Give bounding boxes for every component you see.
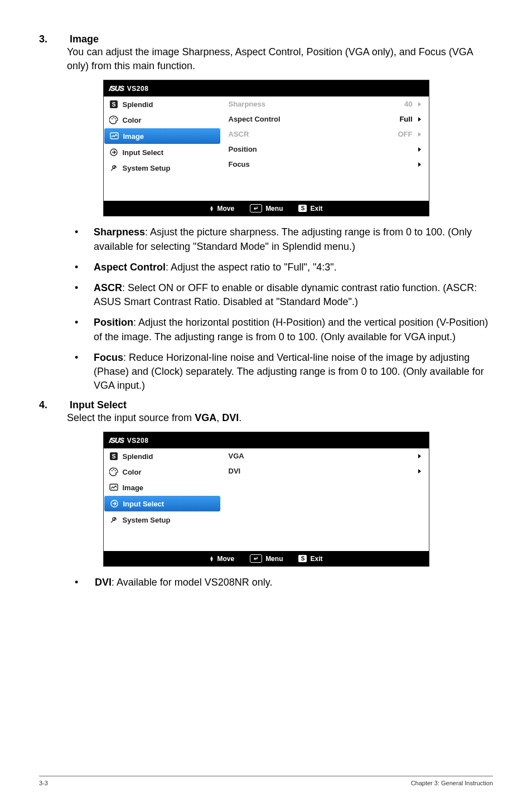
osd-panel-image: /SUS VS208 S Splendid Color Image Input … (103, 80, 429, 216)
updown-icon: ▲▼ (210, 556, 214, 562)
bullet-text: : Asjust the picture sharpness. The adju… (94, 226, 472, 252)
page-footer: 3-3 Chapter 3: General Instruction (39, 776, 493, 786)
image-icon (109, 483, 118, 492)
footer-move: ▲▼ Move (210, 205, 235, 212)
footer-exit: S Exit (298, 555, 322, 563)
option-ascr[interactable]: ASCR OFF (221, 127, 429, 142)
bullet-text: : Available for model VS208NR only. (112, 577, 273, 588)
footer-move: ▲▼ Move (210, 555, 235, 563)
asus-logo: /SUS (109, 436, 124, 445)
option-label: VGA (229, 452, 244, 460)
bullet-term: Aspect Control (94, 262, 166, 273)
menu-input-select[interactable]: Input Select (104, 144, 221, 160)
intro-text: Select the input source from (67, 412, 195, 423)
chevron-right-icon (418, 147, 421, 152)
section3-bullets: Sharpness: Asjust the picture sharpness.… (67, 225, 493, 393)
footer-menu: ↵ Menu (250, 204, 283, 212)
option-value: OFF (398, 130, 421, 138)
option-dvi[interactable]: DVI (221, 463, 429, 479)
bullet-ascr: ASCR: Select ON or OFF to enable or disa… (67, 281, 493, 309)
svg-point-9 (112, 470, 113, 471)
osd-panel-input-select: /SUS VS208 S Splendid Color Image Input … (103, 432, 429, 567)
chevron-right-icon (418, 162, 421, 167)
model-label: VS208 (127, 85, 149, 93)
option-label: Position (229, 145, 257, 153)
option-vga[interactable]: VGA (221, 448, 429, 463)
palette-icon (109, 115, 118, 124)
palette-icon (109, 467, 118, 476)
splendid-icon: S (109, 452, 118, 461)
option-label: DVI (229, 467, 241, 475)
menu-label: Color (123, 468, 142, 476)
asus-logo: /SUS (109, 84, 124, 93)
footer-exit: S Exit (298, 205, 322, 212)
bullet-term: Position (94, 317, 133, 328)
bullet-term: DVI (95, 577, 112, 588)
section-number: 3. (39, 33, 67, 45)
option-position[interactable]: Position (221, 142, 429, 157)
menu-splendid[interactable]: S Splendid (104, 96, 221, 112)
intro-comma: , (216, 412, 222, 423)
bullet-focus: Focus: Reduce Horizonal-line noise and V… (67, 351, 493, 393)
osd-blank-space (221, 172, 429, 201)
s-key-icon: S (298, 205, 307, 212)
menu-label: Input Select (123, 500, 165, 508)
menu-splendid[interactable]: S Splendid (104, 448, 221, 464)
option-sharpness[interactable]: Sharpness 40 (221, 96, 429, 112)
option-aspect-control[interactable]: Aspect Control Full (221, 112, 429, 127)
footer-label: Exit (310, 205, 322, 212)
tools-icon (109, 515, 118, 524)
section-intro: You can adjust the image Sharpness, Aspe… (67, 45, 493, 73)
menu-label: System Setup (123, 164, 171, 172)
model-label: VS208 (127, 437, 149, 445)
menu-input-select[interactable]: Input Select (104, 496, 220, 511)
chevron-right-icon (418, 469, 421, 474)
section-title: Input Select (70, 399, 127, 411)
svg-point-4 (115, 118, 116, 119)
s-key-icon: S (298, 555, 307, 562)
svg-text:S: S (112, 102, 115, 108)
bullet-text: : Reduce Horizonal-line noise and Vertic… (94, 352, 484, 391)
bullet-text: : Select ON or OFF to enable or disable … (94, 282, 477, 307)
menu-image[interactable]: Image (104, 128, 220, 144)
option-label: Focus (229, 160, 250, 168)
option-value: 40 (404, 100, 420, 108)
input-icon (110, 499, 119, 508)
option-value: Full (399, 115, 420, 123)
section-3: 3. Image You can adjust the image Sharpn… (39, 33, 493, 73)
section-intro: Select the input source from VGA, DVI. (67, 411, 493, 425)
menu-label: Image (123, 132, 144, 141)
section-4: 4. Input Select Select the input source … (39, 399, 493, 425)
menu-label: Input Select (123, 148, 164, 157)
bullet-position: Position: Adjust the horizontal postitio… (67, 316, 493, 344)
osd-header: /SUS VS208 (104, 80, 429, 96)
splendid-icon: S (109, 100, 118, 109)
menu-label: System Setup (123, 516, 171, 524)
option-label: Aspect Control (229, 115, 280, 123)
bullet-sharpness: Sharpness: Asjust the picture sharpness.… (67, 225, 493, 253)
footer-label: Menu (265, 205, 283, 212)
bullet-text: : Adjust the aspect ratio to "Full", "4:… (166, 262, 337, 273)
svg-point-11 (115, 470, 116, 471)
menu-label: Color (123, 116, 142, 124)
svg-point-3 (113, 117, 114, 118)
bullet-aspect: Aspect Control: Adjust the aspect ratio … (67, 260, 493, 274)
section4-bullets: DVI: Available for model VS208NR only. (39, 576, 493, 590)
option-focus[interactable]: Focus (221, 157, 429, 172)
menu-color[interactable]: Color (104, 464, 221, 480)
menu-label: Image (123, 484, 144, 492)
menu-color[interactable]: Color (104, 112, 221, 128)
updown-icon: ▲▼ (210, 206, 214, 211)
svg-text:S: S (112, 453, 115, 460)
chevron-right-icon (418, 454, 421, 458)
page-number: 3-3 (39, 780, 48, 786)
section-title: Image (70, 33, 99, 45)
enter-icon: ↵ (250, 204, 262, 212)
menu-image[interactable]: Image (104, 480, 221, 495)
option-label: ASCR (229, 130, 249, 138)
footer-label: Move (217, 555, 234, 563)
option-label: Sharpness (229, 100, 265, 108)
menu-system-setup[interactable]: System Setup (104, 512, 221, 528)
menu-system-setup[interactable]: System Setup (104, 160, 221, 176)
bullet-term: Focus (94, 352, 123, 363)
